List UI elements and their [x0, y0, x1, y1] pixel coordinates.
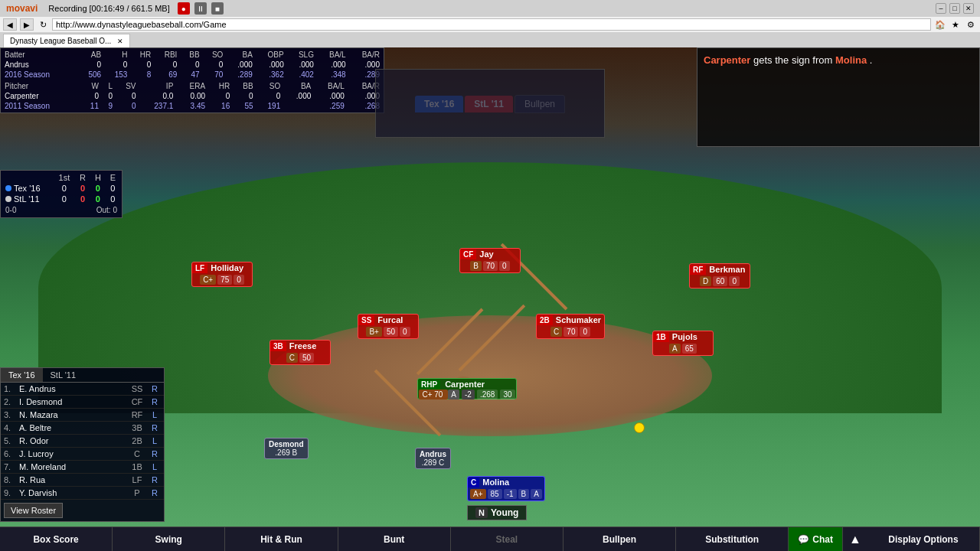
3b-player-card[interactable]: 3B Freese C 50	[270, 340, 331, 365]
lineup-stl-tab[interactable]: StL '11	[43, 368, 84, 382]
col-obp: OBP	[255, 50, 286, 60]
lineup-tabs: Tex '16 StL '11	[1, 368, 164, 383]
col-slg: SLG	[286, 50, 316, 60]
tab-label: Dynasty League Baseball O...	[10, 37, 111, 45]
lineup-panel: Tex '16 StL '11 1. E. Andrus SS R 2. I. …	[0, 367, 165, 522]
forward-button[interactable]: ▶	[20, 18, 34, 31]
active-tab[interactable]: Dynasty League Baseball O... ✕	[3, 34, 130, 47]
col-so: SO	[202, 50, 226, 60]
batter-rbi: 0	[153, 60, 179, 70]
lineup-name-2: I. Desmond	[19, 397, 126, 406]
box-score-button[interactable]: Box Score	[0, 527, 113, 551]
lineup-tex-tab[interactable]: Tex '16	[1, 368, 43, 382]
swing-button[interactable]: Swing	[113, 527, 225, 551]
col-bb: BB	[179, 50, 201, 60]
rf-player-card[interactable]: RF Berkman D 60 0	[689, 263, 750, 289]
season-bal: .348	[316, 70, 348, 80]
ball-marker	[634, 422, 645, 433]
lineup-hand-3: L	[149, 410, 161, 419]
bunt-button[interactable]: Bunt	[338, 527, 451, 551]
stl-e: 0	[106, 194, 120, 204]
pitcher-adj: A	[448, 390, 459, 399]
back-button[interactable]: ◀	[3, 18, 17, 31]
chat-button[interactable]: 💬 Chat	[789, 527, 843, 551]
window-controls: – □ ✕	[936, 3, 974, 14]
lineup-name-1: E. Andrus	[19, 384, 126, 393]
commentary-suffix: .	[870, 54, 873, 66]
2b-player-card[interactable]: 2B Schumaker C 70 0	[536, 314, 605, 339]
pitcher-ba: .268	[477, 390, 498, 399]
gear-icon[interactable]: ⚙	[965, 18, 977, 31]
1b-player-name: Pujols	[669, 331, 701, 342]
catcher-card[interactable]: C Molina A+ 85 -1 B A	[467, 476, 545, 501]
pcol-bal: BA/L	[313, 81, 347, 91]
minimize-button[interactable]: –	[936, 3, 946, 14]
lineup-name-3: N. Mazara	[19, 410, 126, 419]
pitcher-card[interactable]: RHP Carpenter C+ 70 A -2 .268 30	[417, 378, 517, 399]
substitution-button[interactable]: Substitution	[676, 527, 789, 551]
star-icon[interactable]: ★	[949, 18, 962, 31]
pcol-sv: SV	[115, 81, 138, 91]
steal-button[interactable]: Steal	[451, 527, 564, 551]
tex-score-row: Tex '16 0 0 0 0	[2, 183, 120, 194]
2b-grade: C	[550, 327, 562, 337]
close-button[interactable]: ✕	[963, 3, 974, 14]
tex-team-name: Tex '16	[14, 184, 41, 193]
record-button[interactable]: ●	[178, 2, 190, 15]
home-icon[interactable]: 🏠	[934, 18, 946, 31]
stl-team-name: StL '11	[14, 194, 40, 204]
refresh-button[interactable]: ↻	[37, 18, 49, 31]
list-item: 1. E. Andrus SS R	[1, 383, 164, 396]
address-bar[interactable]	[52, 18, 931, 31]
pitcher-season-label: 2011 Season	[2, 101, 80, 111]
bullpen-button[interactable]: Bullpen	[564, 527, 676, 551]
lineup-num-6: 6.	[4, 449, 19, 458]
lineup-pos-5: 2B	[126, 436, 149, 445]
tex-dot	[5, 185, 11, 191]
pitcher-season-row: 2011 Season 11 9 0 237.1 3.45 16 55 191 …	[2, 101, 382, 111]
stop-button[interactable]: ■	[211, 2, 224, 15]
tab-bar: Dynasty League Baseball O... ✕	[0, 32, 980, 47]
cf-player-card[interactable]: CF Jay B 70 0	[459, 248, 521, 273]
cf-player-name: Jay	[476, 249, 496, 259]
col-bar: BA/R	[348, 50, 382, 60]
display-options-button[interactable]: Display Options	[867, 527, 980, 551]
pcol-ip: IP	[139, 81, 176, 91]
lineup-name-9: Y. Darvish	[19, 488, 126, 497]
expand-chat-button[interactable]: ▲	[843, 527, 867, 551]
stl-1st: 0	[54, 194, 75, 204]
pause-button[interactable]: ⏸	[194, 2, 207, 15]
hit-run-button[interactable]: Hit & Run	[225, 527, 338, 551]
cf-rating: 70	[483, 261, 498, 271]
col-h: H	[103, 50, 129, 60]
lineup-name-8: R. Rua	[19, 475, 126, 484]
col-ba: BA	[225, 50, 254, 60]
catcher-pos-badge: C	[468, 478, 479, 487]
lf-stat: 0	[234, 275, 244, 285]
1b-player-card[interactable]: 1B Pujols A 65	[652, 331, 714, 356]
runner-desmond-stats: .269 B	[269, 448, 304, 457]
young-name: Young	[491, 507, 518, 518]
batter-ba: .000	[225, 60, 254, 70]
view-roster-button[interactable]: View Roster	[4, 503, 63, 518]
r-col2: R	[75, 172, 90, 183]
e-col: E	[106, 172, 120, 183]
maximize-button[interactable]: □	[949, 3, 960, 14]
catcher-adj: -1	[504, 489, 517, 499]
batter-bal: .000	[316, 60, 348, 70]
list-item: 9. Y. Darvish P R	[1, 487, 164, 500]
tex-1st: 0	[54, 183, 75, 194]
ss-player-card[interactable]: SS Furcal B+ 50 0	[358, 314, 419, 339]
pcol-l: L	[101, 81, 115, 91]
ss-pos-badge: SS	[358, 315, 374, 325]
1b-rating: 65	[682, 344, 697, 354]
lineup-hand-6: R	[149, 449, 161, 458]
lf-player-name: Holliday	[207, 262, 247, 273]
season-hr: 8	[129, 70, 153, 80]
tab-close-icon[interactable]: ✕	[117, 37, 123, 45]
lf-player-card[interactable]: LF Holliday C+ 75 0	[191, 262, 253, 287]
commentary-pitcher: Carpenter	[704, 54, 750, 66]
lineup-num-5: 5.	[4, 436, 19, 445]
season-obp: .362	[255, 70, 286, 80]
batter-row: Andrus 0 0 0 0 0 0 .000 .000 .000 .000 .…	[2, 60, 382, 70]
